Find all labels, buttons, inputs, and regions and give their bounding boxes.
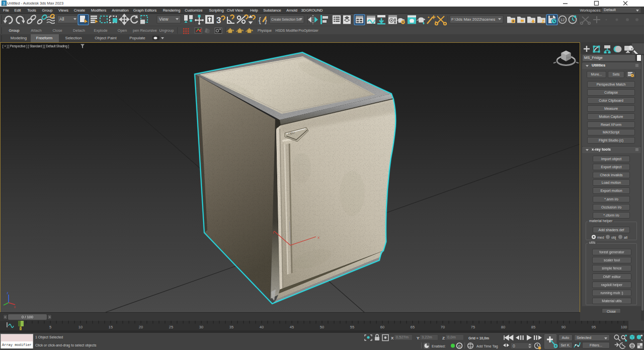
- svg-text:80: 80: [501, 325, 505, 329]
- svg-text:5: 5: [49, 325, 51, 329]
- svg-text:3: 3: [216, 16, 221, 25]
- svg-text:50: 50: [320, 325, 324, 329]
- svg-text:60: 60: [380, 325, 384, 329]
- svg-text:20: 20: [139, 325, 143, 329]
- svg-text:Enabled:: Enabled:: [432, 344, 446, 348]
- svg-text:75: 75: [471, 325, 475, 329]
- svg-text:40: 40: [260, 325, 264, 329]
- svg-text:z: z: [7, 291, 9, 295]
- svg-text:z: z: [288, 217, 290, 220]
- svg-text:x: x: [317, 235, 319, 240]
- svg-text:{: {: [259, 16, 261, 24]
- svg-text:90: 90: [561, 325, 566, 329]
- svg-text:Grid = 10,0m: Grid = 10,0m: [468, 336, 489, 340]
- svg-text:View: View: [159, 17, 169, 22]
- svg-text:x: x: [14, 305, 16, 309]
- svg-text:obj: obj: [611, 236, 616, 240]
- svg-text:All: All: [59, 17, 64, 22]
- svg-text:55: 55: [350, 325, 354, 329]
- svg-text:0: 0: [458, 344, 461, 348]
- svg-text:0: 0: [513, 343, 515, 348]
- svg-text:Create Selection Set: Create Selection Set: [271, 18, 301, 21]
- svg-text:[ + ] [ Perspective ] [ Standa: [ + ] [ Perspective ] [ Standard ] [ Def…: [3, 44, 69, 48]
- svg-text:15: 15: [109, 325, 113, 329]
- svg-text:65: 65: [411, 325, 415, 329]
- svg-text:Add Time Tag: Add Time Tag: [476, 344, 498, 348]
- svg-text:F:\3ds Max 2022\scenes: F:\3ds Max 2022\scenes: [451, 17, 495, 22]
- svg-text:95: 95: [592, 325, 596, 329]
- svg-text:45: 45: [290, 325, 294, 329]
- svg-text:10: 10: [78, 325, 83, 329]
- svg-text:100: 100: [621, 325, 627, 329]
- svg-text:med: med: [597, 236, 604, 239]
- svg-text:35: 35: [229, 325, 233, 329]
- svg-text:0: 0: [20, 327, 22, 330]
- svg-text:12: 12: [560, 18, 565, 22]
- svg-text:30: 30: [199, 325, 203, 329]
- svg-text:70: 70: [441, 325, 445, 329]
- svg-text:3: 3: [3, 2, 5, 5]
- svg-text:25: 25: [169, 325, 173, 329]
- svg-text:85: 85: [531, 325, 535, 329]
- svg-text:all: all: [624, 236, 627, 239]
